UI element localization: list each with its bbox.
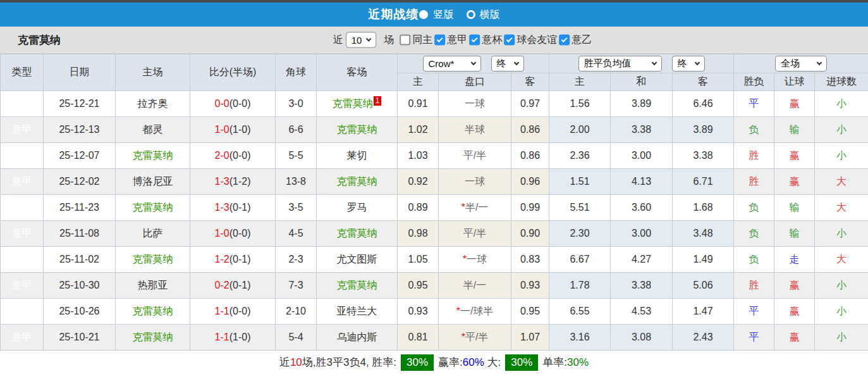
handicap-cell: 平/半 xyxy=(439,221,511,247)
date-cell: 25-10-21 xyxy=(44,325,116,351)
corners-cell: 2-10 xyxy=(276,299,317,325)
avg-away-cell: 6.71 xyxy=(673,169,734,195)
avg-home-cell: 2.30 xyxy=(549,221,611,247)
corners-cell: 4-5 xyxy=(276,221,317,247)
fulltime-group-header: 全场 xyxy=(734,54,868,73)
corners-cell: 5-5 xyxy=(276,143,317,169)
goals-cell: 小 xyxy=(815,91,868,117)
filter-checkbox[interactable]: 球会友谊 xyxy=(504,34,557,47)
checkbox-icon xyxy=(400,35,410,46)
result-cell: 胜 xyxy=(734,143,774,169)
col-header-home: 主场 xyxy=(116,54,190,91)
league-cell[interactable]: 意甲 xyxy=(1,273,44,299)
home-team-cell: 克雷莫纳 xyxy=(116,299,190,325)
home-team-link[interactable]: 克雷莫纳 xyxy=(133,306,173,316)
score-cell: 2-0(0-0) xyxy=(190,143,276,169)
home-team-link[interactable]: 拉齐奥 xyxy=(138,98,168,109)
table-row: 意甲 25-10-30 热那亚 0-2(0-1) 7-3 克雷莫纳 0.95 半… xyxy=(1,273,868,299)
odds-home-cell: 0.81 xyxy=(398,325,439,351)
away-team-link[interactable]: 克雷莫纳 xyxy=(337,124,377,135)
avg-home-cell: 1.78 xyxy=(549,273,611,299)
odds-away-cell: 0.90 xyxy=(511,221,549,247)
home-team-link[interactable]: 克雷莫纳 xyxy=(133,150,173,161)
footer-segment: 赢率: xyxy=(438,355,463,370)
avg-draw-cell: 3.60 xyxy=(611,195,673,221)
checkbox-icon xyxy=(559,35,570,46)
filter-checkboxes: 同主 意甲 意杯 球会友谊 意乙 xyxy=(398,34,592,47)
away-team-link[interactable]: 莱切 xyxy=(347,150,367,161)
handicap-cell: 半/一 xyxy=(439,273,511,299)
league-cell[interactable]: 意甲 xyxy=(1,247,44,273)
footer-segment: 30% xyxy=(567,356,589,369)
radio-horizontal-layout[interactable]: 横版 xyxy=(458,8,500,22)
away-team-link[interactable]: 克雷莫纳 xyxy=(337,228,377,239)
corners-cell: 13-8 xyxy=(276,169,317,195)
league-cell[interactable]: 意甲 xyxy=(1,169,44,195)
away-team-link[interactable]: 罗马 xyxy=(347,202,367,213)
league-cell[interactable]: 意甲 xyxy=(1,325,44,351)
games-count-select[interactable]: 10 xyxy=(346,32,377,48)
avg-draw-cell: 3.08 xyxy=(611,325,673,351)
avg-type-select[interactable]: 胜平负均值 xyxy=(578,56,662,72)
avg-draw-cell: 4.27 xyxy=(611,247,673,273)
away-team-cell: 尤文图斯 xyxy=(317,247,398,273)
odds-home-cell: 0.98 xyxy=(398,221,439,247)
radio-unselected-icon xyxy=(467,10,475,19)
away-team-link[interactable]: 克雷莫纳 xyxy=(337,280,377,290)
handicap-result-cell: 走 xyxy=(774,247,815,273)
league-cell[interactable]: 意甲 xyxy=(1,91,44,117)
away-team-link[interactable]: 亚特兰大 xyxy=(337,306,377,316)
odds-source-select[interactable]: Crow* xyxy=(423,56,481,72)
home-team-link[interactable]: 都灵 xyxy=(143,124,163,135)
checkbox-icon xyxy=(434,35,445,46)
odds-away-cell: 0.95 xyxy=(511,299,549,325)
radio-vertical-layout[interactable]: 竖版 xyxy=(419,8,454,22)
table-row: 意甲 25-12-02 博洛尼亚 1-3(1-2) 13-8 克雷莫纳 0.92… xyxy=(1,169,868,195)
home-team-link[interactable]: 热那亚 xyxy=(138,280,168,290)
odds-away-cell: 0.86 xyxy=(511,143,549,169)
home-team-cell: 克雷莫纳 xyxy=(116,247,190,273)
handicap-cell: *平/半 xyxy=(439,325,511,351)
home-team-link[interactable]: 克雷莫纳 xyxy=(133,332,173,342)
sub-header-odds-home: 主 xyxy=(398,73,439,91)
checkbox-icon xyxy=(469,35,480,46)
result-cell: 胜 xyxy=(734,169,774,195)
score-cell: 1-0(0-0) xyxy=(190,221,276,247)
chevron-down-icon xyxy=(470,60,475,65)
date-cell: 25-10-30 xyxy=(44,273,116,299)
result-cell: 负 xyxy=(734,247,774,273)
filter-bar: 克雷莫纳 近 10 场 同主 意甲 意杯 球会友谊 意乙 xyxy=(0,27,868,54)
league-cell[interactable]: 意甲 xyxy=(1,299,44,325)
results-table: 类型 日期 主场 比分(半场) 角球 客场 Crow* 终 xyxy=(0,54,868,351)
league-cell[interactable]: 意甲 xyxy=(1,143,44,169)
filter-checkbox[interactable]: 意乙 xyxy=(559,34,592,47)
chevron-down-icon xyxy=(817,60,822,65)
league-cell[interactable]: 意甲 xyxy=(1,221,44,247)
league-cell[interactable]: 意甲 xyxy=(1,117,44,143)
date-cell: 25-12-02 xyxy=(44,169,116,195)
home-team-link[interactable]: 比萨 xyxy=(143,228,163,239)
handicap-cell: 半球 xyxy=(439,117,511,143)
avg-away-cell: 6.46 xyxy=(673,91,734,117)
away-team-link[interactable]: 乌迪内斯 xyxy=(337,332,377,342)
near-label: 近 xyxy=(333,34,343,47)
result-cell: 负 xyxy=(734,221,774,247)
away-team-link[interactable]: 尤文图斯 xyxy=(337,254,377,265)
away-team-link[interactable]: 克雷莫纳 xyxy=(337,176,377,187)
home-team-link[interactable]: 克雷莫纳 xyxy=(133,254,173,265)
filter-checkbox[interactable]: 意杯 xyxy=(469,34,502,47)
col-header-date: 日期 xyxy=(44,54,116,91)
avg-state-select[interactable]: 终 xyxy=(672,56,705,72)
goals-cell: 大 xyxy=(815,169,868,195)
away-team-link[interactable]: 克雷莫纳 xyxy=(333,99,373,109)
filter-checkbox[interactable]: 意甲 xyxy=(434,34,467,47)
odds-state-select[interactable]: 终 xyxy=(491,56,524,72)
home-team-link[interactable]: 博洛尼亚 xyxy=(133,176,173,187)
filter-checkbox[interactable]: 同主 xyxy=(400,34,432,47)
col-header-score: 比分(半场) xyxy=(190,54,276,91)
handicap-result-cell: 赢 xyxy=(774,91,815,117)
league-cell[interactable]: 意甲 xyxy=(1,195,44,221)
fulltime-select[interactable]: 全场 xyxy=(775,56,827,72)
result-cell: 胜 xyxy=(734,273,774,299)
home-team-link[interactable]: 克雷莫纳 xyxy=(133,202,173,213)
